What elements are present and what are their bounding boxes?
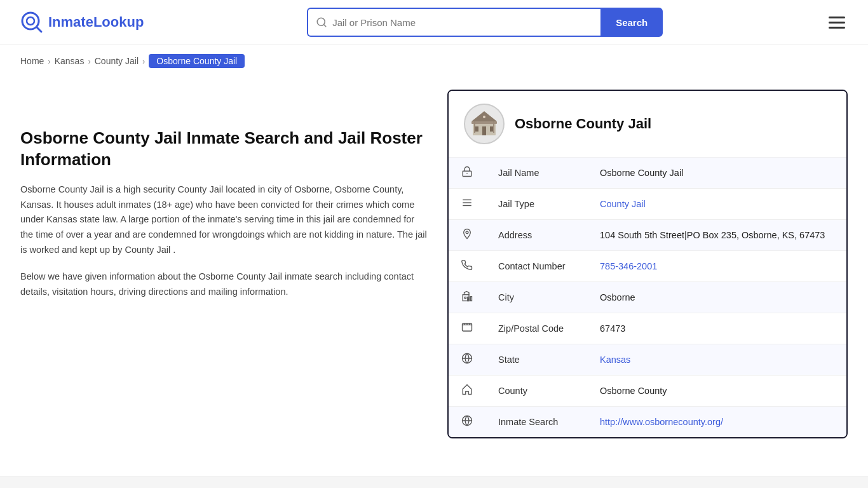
phone-icon [449,251,485,282]
info-label: Address [485,220,587,251]
svg-rect-24 [470,297,471,301]
table-row: Inmate Search http://www.osbornecounty.o… [449,407,846,438]
info-value-cell: Osborne County [587,376,846,407]
search-area: Search [307,8,663,37]
svg-rect-10 [490,126,493,132]
list-icon [449,189,485,220]
table-row: Address 104 South 5th Street|PO Box 235,… [449,220,846,251]
svg-rect-21 [465,297,466,299]
hamburger-line-3 [829,27,845,29]
search-input[interactable] [332,17,593,28]
svg-rect-22 [468,297,469,299]
svg-line-4 [324,24,326,26]
jail-icon [449,158,485,189]
card-jail-name: Osborne County Jail [515,116,651,132]
info-value: 67473 [600,323,625,334]
logo[interactable]: InmateLookup [20,11,144,34]
svg-point-13 [483,116,485,118]
info-value: Osborne County Jail [600,168,683,178]
svg-point-19 [466,231,468,234]
info-value-cell: Osborne County Jail [587,158,846,189]
svg-rect-8 [475,126,478,132]
location-icon [449,220,485,251]
table-row: State Kansas [449,344,846,376]
breadcrumb-home[interactable]: Home [20,56,44,66]
breadcrumb-type[interactable]: County Jail [95,56,139,66]
table-row: Contact Number 785-346-2001 [449,251,846,282]
info-value-cell[interactable]: http://www.osbornecounty.org/ [587,407,846,438]
table-row: Jail Name Osborne County Jail [449,158,846,189]
search-button[interactable]: Search [600,8,663,37]
info-card: Osborne County Jail Jail Name Osborne Co… [447,90,848,438]
info-link[interactable]: 785-346-2001 [600,261,657,271]
info-link[interactable]: County Jail [600,199,646,209]
info-link[interactable]: http://www.osbornecounty.org/ [600,417,723,427]
jail-building-icon [469,109,499,139]
search-icon [316,17,327,28]
hamburger-line-2 [829,22,845,24]
hamburger-line-1 [829,17,845,18]
breadcrumb-sep-3: › [142,57,145,66]
info-label: Contact Number [485,251,587,282]
search-input-wrapper [307,8,600,37]
county-icon [449,376,485,407]
jail-avatar [464,104,505,144]
zip-icon [449,313,485,344]
logo-icon [20,11,43,34]
svg-rect-11 [474,121,475,133]
globe-icon [449,344,485,376]
card-header: Osborne County Jail [449,91,846,158]
menu-button[interactable] [826,14,848,31]
right-column: Osborne County Jail Jail Name Osborne Co… [447,77,848,438]
page-description-1: Osborne County Jail is a high security C… [20,182,427,259]
info-value: 104 South 5th Street|PO Box 235, Osborne… [600,230,825,240]
info-value-cell: 67473 [587,313,846,344]
info-value-cell: Osborne [587,282,846,313]
svg-point-1 [27,17,34,25]
info-label: County [485,376,587,407]
info-value-cell: 104 South 5th Street|PO Box 235, Osborne… [587,220,846,251]
info-table: Jail Name Osborne County Jail Jail Type … [449,158,846,437]
svg-rect-23 [468,299,469,301]
info-label: City [485,282,587,313]
table-row: Jail Type County Jail [449,189,846,220]
info-value: Osborne [600,292,635,302]
svg-line-2 [37,27,41,32]
table-row: County Osborne County [449,376,846,407]
breadcrumb-state[interactable]: Kansas [55,56,85,66]
header: InmateLookup Search [0,0,868,45]
breadcrumb-sep-2: › [88,57,90,66]
svg-rect-9 [482,126,486,135]
city-icon [449,282,485,313]
table-row: City Osborne [449,282,846,313]
info-label: Inmate Search [485,407,587,438]
info-label: Jail Name [485,158,587,189]
info-label: Jail Type [485,189,587,220]
info-label: State [485,344,587,376]
info-link[interactable]: Kansas [600,355,630,365]
page-description-2: Below we have given information about th… [20,269,427,300]
logo-text: InmateLookup [48,14,144,30]
info-value-cell[interactable]: 785-346-2001 [587,251,846,282]
left-column: Osborne County Jail Inmate Search and Ja… [20,77,427,438]
info-value: Osborne County [600,386,667,396]
svg-marker-27 [463,385,471,395]
info-value-cell[interactable]: Kansas [587,344,846,376]
main-content: Osborne County Jail Inmate Search and Ja… [0,77,868,464]
info-value-cell[interactable]: County Jail [587,189,846,220]
table-row: Zip/Postal Code 67473 [449,313,846,344]
info-label: Zip/Postal Code [485,313,587,344]
breadcrumb: Home › Kansas › County Jail › Osborne Co… [0,45,868,77]
search-globe-icon [449,407,485,438]
breadcrumb-sep-1: › [48,57,50,66]
breadcrumb-current: Osborne County Jail [149,54,245,68]
footer-bar [0,477,868,488]
svg-rect-12 [493,121,494,133]
page-title: Osborne County Jail Inmate Search and Ja… [20,128,427,171]
